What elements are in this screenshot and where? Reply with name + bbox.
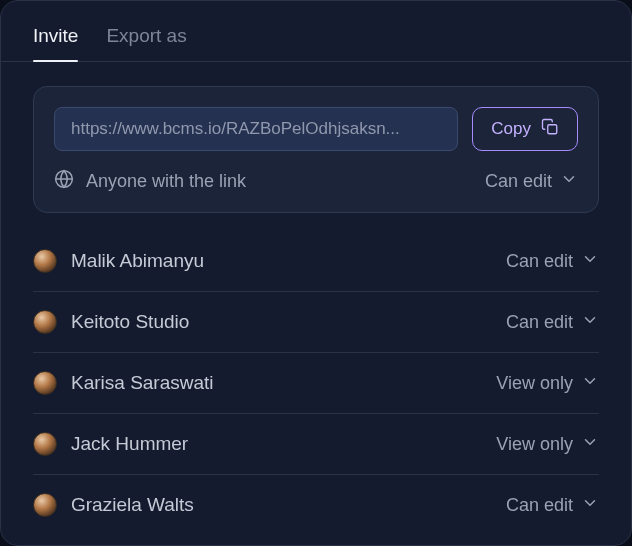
share-dialog: Invite Export as Copy: [0, 0, 632, 546]
avatar: [33, 493, 57, 517]
person-name: Jack Hummer: [71, 433, 188, 455]
person-permission-label: View only: [496, 373, 573, 394]
person-left: Karisa Saraswati: [33, 371, 214, 395]
link-access-label: Anyone with the link: [86, 171, 246, 192]
person-row: Malik Abimanyu Can edit: [33, 231, 599, 292]
chevron-down-icon: [581, 494, 599, 517]
link-access-left: Anyone with the link: [54, 169, 246, 194]
avatar: [33, 249, 57, 273]
share-link-input[interactable]: [54, 107, 458, 151]
person-row: Karisa Saraswati View only: [33, 353, 599, 414]
person-name: Graziela Walts: [71, 494, 194, 516]
share-link-row: Copy: [54, 107, 578, 151]
copy-icon: [541, 118, 559, 141]
person-left: Graziela Walts: [33, 493, 194, 517]
copy-button[interactable]: Copy: [472, 107, 578, 151]
person-permission-select[interactable]: View only: [496, 433, 599, 456]
person-row: Graziela Walts Can edit: [33, 475, 599, 535]
chevron-down-icon: [560, 170, 578, 193]
avatar: [33, 310, 57, 334]
person-left: Keitoto Studio: [33, 310, 189, 334]
person-permission-label: Can edit: [506, 251, 573, 272]
share-link-card: Copy Anyone with the l: [33, 86, 599, 213]
person-permission-select[interactable]: Can edit: [506, 494, 599, 517]
avatar: [33, 432, 57, 456]
person-permission-label: View only: [496, 434, 573, 455]
person-row: Jack Hummer View only: [33, 414, 599, 475]
person-permission-label: Can edit: [506, 495, 573, 516]
copy-button-label: Copy: [491, 119, 531, 139]
chevron-down-icon: [581, 433, 599, 456]
tab-invite[interactable]: Invite: [33, 25, 78, 61]
link-access-row: Anyone with the link Can edit: [54, 169, 578, 194]
person-permission-select[interactable]: Can edit: [506, 311, 599, 334]
person-permission-select[interactable]: Can edit: [506, 250, 599, 273]
chevron-down-icon: [581, 372, 599, 395]
person-left: Jack Hummer: [33, 432, 188, 456]
person-name: Karisa Saraswati: [71, 372, 214, 394]
avatar: [33, 371, 57, 395]
link-permission-label: Can edit: [485, 171, 552, 192]
tab-export[interactable]: Export as: [106, 25, 186, 61]
chevron-down-icon: [581, 250, 599, 273]
svg-rect-0: [548, 124, 557, 133]
person-row: Keitoto Studio Can edit: [33, 292, 599, 353]
chevron-down-icon: [581, 311, 599, 334]
person-name: Keitoto Studio: [71, 311, 189, 333]
person-permission-select[interactable]: View only: [496, 372, 599, 395]
tabs: Invite Export as: [1, 1, 631, 62]
person-left: Malik Abimanyu: [33, 249, 204, 273]
globe-icon: [54, 169, 74, 194]
people-list: Malik Abimanyu Can edit Keitoto Studio C…: [33, 231, 599, 535]
link-permission-select[interactable]: Can edit: [485, 170, 578, 193]
person-permission-label: Can edit: [506, 312, 573, 333]
person-name: Malik Abimanyu: [71, 250, 204, 272]
